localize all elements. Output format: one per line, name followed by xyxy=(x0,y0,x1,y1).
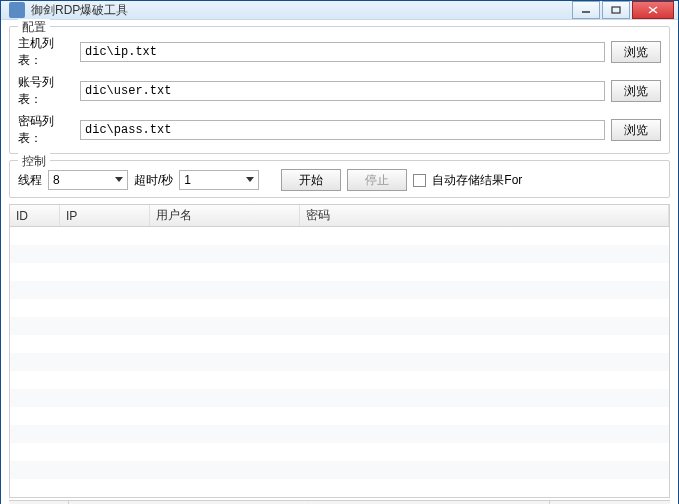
table-row xyxy=(10,425,669,443)
pass-label: 密码列表： xyxy=(18,113,74,147)
table-body[interactable] xyxy=(10,227,669,497)
chevron-down-icon xyxy=(111,171,127,189)
table-row xyxy=(10,407,669,425)
table-row xyxy=(10,245,669,263)
table-row xyxy=(10,335,669,353)
threads-label: 线程 xyxy=(18,172,42,189)
content-area: 配置 主机列表： 浏览 账号列表： 浏览 密码列表： 浏览 控制 线程 xyxy=(1,20,678,504)
close-button[interactable] xyxy=(632,1,674,19)
col-id[interactable]: ID xyxy=(10,205,60,226)
chevron-down-icon xyxy=(242,171,258,189)
table-row xyxy=(10,443,669,461)
maximize-button[interactable] xyxy=(602,1,630,19)
config-legend: 配置 xyxy=(18,19,50,36)
table-row xyxy=(10,299,669,317)
titlebar[interactable]: 御剑RDP爆破工具 xyxy=(1,1,678,20)
timeout-value: 1 xyxy=(184,173,242,187)
col-user[interactable]: 用户名 xyxy=(150,205,300,226)
table-row xyxy=(10,317,669,335)
table-row xyxy=(10,479,669,497)
user-input[interactable] xyxy=(80,81,605,101)
host-browse-button[interactable]: 浏览 xyxy=(611,41,661,63)
start-button[interactable]: 开始 xyxy=(281,169,341,191)
table-row xyxy=(10,263,669,281)
results-table: ID IP 用户名 密码 xyxy=(9,204,670,498)
col-pass[interactable]: 密码 xyxy=(300,205,669,226)
app-window: 御剑RDP爆破工具 配置 主机列表： 浏览 账号列表： 浏览 密码列表： 浏览 xyxy=(0,0,679,504)
minimize-button[interactable] xyxy=(572,1,600,19)
col-ip[interactable]: IP xyxy=(60,205,150,226)
table-row xyxy=(10,389,669,407)
config-group: 配置 主机列表： 浏览 账号列表： 浏览 密码列表： 浏览 xyxy=(9,26,670,154)
window-title: 御剑RDP爆破工具 xyxy=(31,2,572,19)
autosave-label: 自动存储结果For xyxy=(432,172,522,189)
svg-rect-1 xyxy=(612,7,620,13)
user-label: 账号列表： xyxy=(18,74,74,108)
timeout-combo[interactable]: 1 xyxy=(179,170,259,190)
threads-combo[interactable]: 8 xyxy=(48,170,128,190)
stop-button[interactable]: 停止 xyxy=(347,169,407,191)
user-browse-button[interactable]: 浏览 xyxy=(611,80,661,102)
table-row xyxy=(10,227,669,245)
table-row xyxy=(10,281,669,299)
autosave-checkbox[interactable] xyxy=(413,174,426,187)
app-icon xyxy=(9,2,25,18)
table-row xyxy=(10,353,669,371)
host-input[interactable] xyxy=(80,42,605,62)
pass-input[interactable] xyxy=(80,120,605,140)
status-bar: 计数：0 进度：0% 状态：准备就绪… xyxy=(9,500,670,504)
control-group: 控制 线程 8 超时/秒 1 开始 停止 自动存储结果For xyxy=(9,160,670,198)
table-row xyxy=(10,461,669,479)
timeout-label: 超时/秒 xyxy=(134,172,173,189)
table-row xyxy=(10,371,669,389)
pass-browse-button[interactable]: 浏览 xyxy=(611,119,661,141)
threads-value: 8 xyxy=(53,173,111,187)
host-label: 主机列表： xyxy=(18,35,74,69)
control-legend: 控制 xyxy=(18,153,50,170)
table-header: ID IP 用户名 密码 xyxy=(10,205,669,227)
